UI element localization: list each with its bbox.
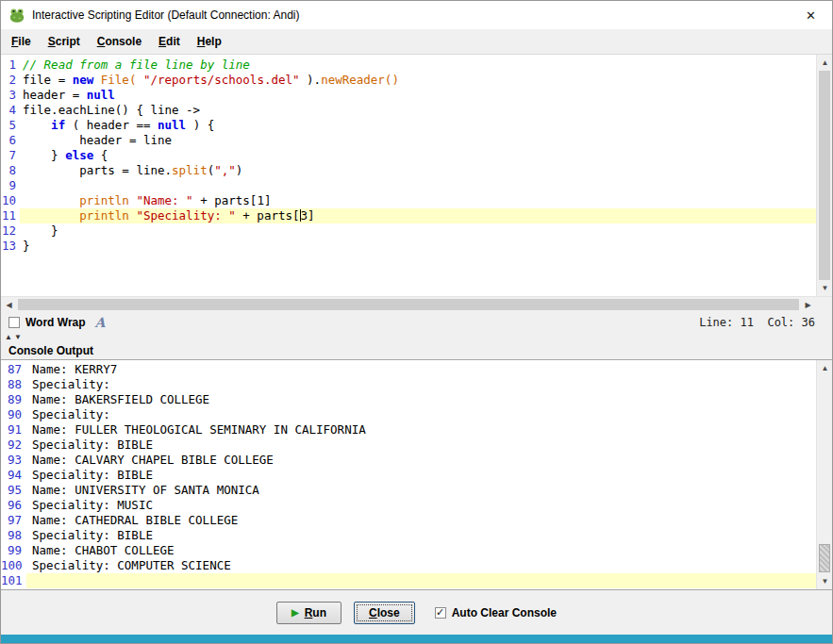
scrollbar-corner [816, 297, 832, 313]
line-number: 7 [1, 148, 20, 163]
line-number: 6 [1, 133, 20, 148]
code-line: 12 } [1, 223, 816, 239]
code-text [20, 178, 816, 193]
scroll-right-icon[interactable]: ▶ [800, 297, 816, 313]
line-number: 12 [1, 223, 20, 239]
font-icon[interactable]: A [95, 315, 106, 330]
code-line: 10 println "Name: " + parts[1] [1, 193, 816, 208]
app-icon [8, 7, 25, 24]
code-line: 9 [1, 178, 816, 193]
code-text: file = new File( "/reports/schools.del" … [20, 73, 816, 88]
menu-help[interactable]: Help [189, 31, 230, 52]
code-editor-viewport[interactable]: 1// Read from a file line by line 2file … [1, 55, 816, 296]
console-line: 94Speciality: BIBLE [1, 468, 816, 483]
editor-horizontal-scrollbar[interactable]: ◀ ▶ [1, 297, 816, 312]
line-number: 8 [1, 163, 20, 178]
code-line-current: 11 println "Speciality: " + parts[3] [1, 208, 816, 223]
console-line: 89Name: BAKERSFIELD COLLEGE [1, 392, 816, 407]
console-output-panel: 87Name: KERRY7 88Speciality: 89Name: BAK… [1, 359, 832, 590]
editor-vscroll-thumb[interactable] [819, 71, 830, 280]
menu-bar: File Script Console Edit Help [1, 29, 832, 54]
bottom-button-panel: ▶ Run Close ✓ Auto Clear Console [1, 590, 832, 635]
line-number: 1 [1, 58, 20, 73]
code-line: 5 if ( header == null ) { [1, 118, 816, 133]
editor-hscroll-thumb[interactable] [18, 299, 799, 310]
console-output-header: Console Output [1, 342, 832, 359]
scroll-down-icon[interactable]: ▼ [817, 280, 833, 296]
window-bottom-edge [1, 635, 832, 644]
close-window-button[interactable]: ✕ [790, 1, 832, 29]
splitter-collapse-up-icon[interactable]: ▲ [4, 334, 13, 341]
console-output-viewport[interactable]: 87Name: KERRY7 88Speciality: 89Name: BAK… [1, 360, 816, 589]
run-icon: ▶ [292, 608, 299, 618]
line-number: 3 [1, 88, 20, 103]
close-button[interactable]: Close [354, 602, 415, 624]
editor-vertical-scrollbar[interactable]: ▲ ▼ [816, 55, 832, 296]
code-text: println "Speciality: " + parts[3] [20, 208, 816, 223]
code-text: } [20, 223, 816, 239]
editor-status-bar: Word Wrap A Line: 11 Col: 36 [1, 312, 832, 333]
code-line: 2file = new File( "/reports/schools.del"… [1, 73, 816, 88]
menu-file[interactable]: File [3, 31, 40, 52]
code-text: header = null [20, 88, 816, 103]
console-line: 98Speciality: BIBLE [1, 528, 816, 543]
code-editor: 1// Read from a file line by line 2file … [1, 54, 832, 312]
code-text: if ( header == null ) { [20, 118, 816, 133]
line-number: 9 [1, 178, 20, 193]
console-line: 99Name: CHABOT COLLEGE [1, 543, 816, 558]
code-line: 6 header = line [1, 133, 816, 148]
menu-script[interactable]: Script [40, 31, 89, 52]
code-text: } [20, 239, 816, 254]
line-number: 4 [1, 103, 20, 118]
console-line: 97Name: CATHEDRAL BIBLE COLLEGE [1, 513, 816, 528]
console-output-label: Console Output [8, 344, 93, 357]
caret-position-indicator: Line: 11 Col: 36 [699, 316, 825, 329]
code-text: } else { [20, 148, 816, 163]
console-line: 95Name: UNIVERSITY OF SANTA MONICA [1, 483, 816, 498]
console-line: 91Name: FULLER THEOLOGICAL SEMINARY IN C… [1, 422, 816, 438]
line-number: 13 [1, 239, 20, 254]
window-title: Interactive Scripting Editor (Default Co… [32, 8, 299, 22]
code-line: 13} [1, 239, 816, 254]
line-number: 11 [1, 208, 20, 223]
splitter-collapse-down-icon[interactable]: ▼ [13, 334, 23, 341]
code-text: println "Name: " + parts[1] [20, 193, 816, 208]
console-line: 88Speciality: [1, 377, 816, 392]
scroll-left-icon[interactable]: ◀ [1, 297, 17, 313]
code-text: file.eachLine() { line -> [20, 103, 816, 118]
code-line: 1// Read from a file line by line [1, 58, 816, 73]
word-wrap-checkbox[interactable] [8, 317, 20, 328]
editor-hscroll-track[interactable] [17, 297, 800, 312]
code-line: 8 parts = line.split(",") [1, 163, 816, 178]
scroll-up-icon[interactable]: ▲ [817, 360, 833, 376]
scroll-up-icon[interactable]: ▲ [817, 55, 833, 71]
word-wrap-label: Word Wrap [25, 316, 86, 329]
console-line: 93Name: CALVARY CHAPEL BIBLE COLLEGE [1, 453, 816, 468]
line-number: 10 [1, 193, 20, 208]
code-text: // Read from a file line by line [20, 58, 816, 73]
line-number: 5 [1, 118, 20, 133]
menu-edit[interactable]: Edit [150, 31, 189, 52]
code-line: 7 } else { [1, 148, 816, 163]
title-bar: Interactive Scripting Editor (Default Co… [1, 1, 832, 29]
code-line: 4file.eachLine() { line -> [1, 103, 816, 118]
auto-clear-console-control[interactable]: ✓ Auto Clear Console [435, 606, 557, 619]
run-button[interactable]: ▶ Run [276, 602, 342, 624]
console-vscroll-thumb[interactable] [819, 544, 830, 572]
splitter-divider[interactable]: ▲ ▼ [1, 333, 832, 342]
auto-clear-console-checkbox[interactable]: ✓ [435, 607, 446, 619]
console-line: 90Speciality: [1, 407, 816, 422]
auto-clear-console-label: Auto Clear Console [452, 606, 557, 619]
console-line: 96Speciality: MUSIC [1, 498, 816, 513]
check-icon: ✓ [436, 607, 444, 618]
console-line: 92Speciality: BIBLE [1, 438, 816, 453]
line-number: 2 [1, 73, 20, 88]
scroll-down-icon[interactable]: ▼ [817, 573, 833, 589]
console-vertical-scrollbar[interactable]: ▲ ▼ [816, 360, 832, 589]
code-line: 3header = null [1, 88, 816, 103]
code-text: parts = line.split(",") [20, 163, 816, 178]
console-line: 87Name: KERRY7 [1, 362, 816, 377]
console-line: 100Speciality: COMPUTER SCIENCE [1, 558, 816, 573]
scripting-editor-window: Interactive Scripting Editor (Default Co… [0, 0, 833, 644]
menu-console[interactable]: Console [89, 31, 150, 52]
